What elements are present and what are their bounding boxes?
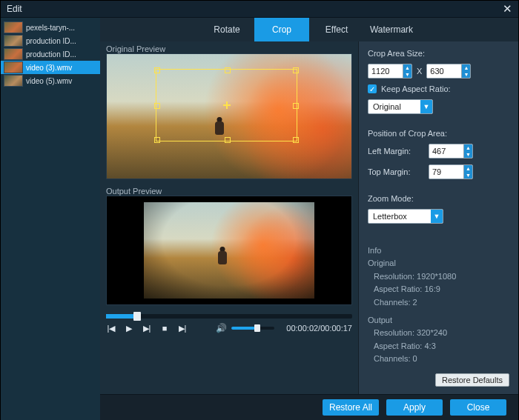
- tab-label: Effect: [325, 24, 348, 35]
- info-original-title: Original: [368, 257, 509, 270]
- content: Original Preview: [100, 41, 518, 394]
- seek-fill: [106, 314, 136, 319]
- info-original-channels: Channels: 2: [368, 296, 509, 310]
- preview-column: Original Preview: [100, 41, 359, 394]
- position-title: Position of Crop Area:: [368, 129, 509, 138]
- info-block: Info Original Resolution: 1920*1080 Aspe…: [368, 244, 509, 366]
- zoom-mode-value: Letterbox: [368, 212, 431, 221]
- crop-handle-tl[interactable]: [154, 67, 160, 73]
- info-output-channels: Channels: 0: [368, 353, 509, 366]
- apply-button[interactable]: Apply: [386, 399, 443, 416]
- spin-up-icon[interactable]: ▲: [403, 64, 411, 71]
- spin-up-icon[interactable]: ▲: [461, 64, 470, 71]
- restore-defaults-button[interactable]: Restore Defaults: [435, 373, 509, 387]
- thumbnail-icon: [4, 61, 23, 73]
- spin-down-icon[interactable]: ▼: [403, 71, 411, 78]
- tab-rotate[interactable]: Rotate: [199, 18, 254, 41]
- zoom-mode-title: Zoom Mode:: [368, 194, 509, 203]
- chevron-down-icon: ▼: [420, 100, 432, 113]
- crop-handle-br[interactable]: [293, 137, 299, 143]
- seek-bar[interactable]: [106, 314, 352, 319]
- preview-scene: [144, 202, 314, 299]
- crop-size-row: ▲▼ X ▲▼: [368, 64, 509, 79]
- info-output-resolution: Resolution: 320*240: [368, 327, 509, 340]
- player-controls: |◀ ▶ ▶| ■ ▶| 🔊 00:00:02/00:00:17: [100, 319, 358, 338]
- volume-slider[interactable]: [231, 327, 274, 330]
- sidebar-item-1[interactable]: production ID...: [1, 34, 100, 47]
- close-button[interactable]: Close: [450, 399, 506, 416]
- crop-handle-bl[interactable]: [154, 137, 160, 143]
- aspect-ratio-select[interactable]: Original ▼: [368, 99, 433, 114]
- seek-knob[interactable]: [133, 312, 141, 321]
- sidebar-item-label: production ID...: [26, 37, 76, 45]
- crop-width-input[interactable]: ▲▼: [368, 64, 412, 79]
- crop-handle-ml[interactable]: [154, 103, 160, 109]
- thumbnail-icon: [4, 75, 23, 87]
- spin-down-icon[interactable]: ▼: [463, 151, 472, 158]
- sidebar-item-0[interactable]: pexels-taryn-...: [1, 21, 100, 34]
- prev-button[interactable]: |◀: [106, 323, 116, 333]
- left-margin-input[interactable]: ▲▼: [429, 144, 473, 159]
- next-button[interactable]: ▶|: [177, 323, 188, 333]
- spin-down-icon[interactable]: ▼: [463, 172, 472, 179]
- footer: Restore All Apply Close: [100, 394, 518, 420]
- top-margin-field[interactable]: [429, 165, 463, 179]
- info-original-resolution: Resolution: 1920*1080: [368, 270, 509, 284]
- crop-height-field[interactable]: [427, 64, 461, 78]
- timecode: 00:00:02/00:00:17: [286, 324, 352, 333]
- sidebar-item-label: production ID...: [26, 50, 76, 59]
- thumbnail-icon: [4, 35, 23, 47]
- crop-handle-tr[interactable]: [293, 67, 299, 73]
- top-margin-label: Top Margin:: [368, 167, 424, 176]
- original-preview[interactable]: [106, 53, 352, 179]
- spin-up-icon[interactable]: ▲: [463, 165, 472, 172]
- crop-center-icon[interactable]: [223, 101, 231, 109]
- file-sidebar: pexels-taryn-... production ID... produc…: [1, 18, 100, 420]
- body: pexels-taryn-... production ID... produc…: [1, 18, 518, 420]
- tab-label: Watermark: [370, 24, 413, 35]
- sidebar-item-3[interactable]: video (3).wmv: [1, 61, 100, 74]
- play-button[interactable]: ▶: [124, 323, 134, 333]
- restore-all-button[interactable]: Restore All: [323, 399, 379, 416]
- crop-handle-bm[interactable]: [225, 137, 231, 143]
- aspect-ratio-row: Original ▼: [368, 99, 509, 114]
- sidebar-item-4[interactable]: video (5).wmv: [1, 74, 100, 87]
- info-output-ratio: Aspect Ratio: 4:3: [368, 340, 509, 353]
- volume-knob[interactable]: [254, 324, 260, 332]
- close-icon[interactable]: ✕: [503, 2, 512, 16]
- tab-watermark[interactable]: Watermark: [364, 18, 419, 41]
- info-output-title: Output: [368, 314, 509, 327]
- figure-silhouette: [216, 247, 229, 266]
- volume-icon[interactable]: 🔊: [216, 323, 227, 333]
- top-margin-input[interactable]: ▲▼: [429, 164, 473, 179]
- stop-button[interactable]: ■: [159, 323, 170, 333]
- aspect-ratio-value: Original: [368, 102, 420, 111]
- next-frame-button[interactable]: ▶|: [142, 323, 152, 333]
- zoom-mode-select[interactable]: Letterbox ▼: [368, 209, 443, 224]
- left-margin-field[interactable]: [429, 144, 463, 158]
- crop-rectangle[interactable]: [156, 69, 297, 141]
- left-margin-row: Left Margin: ▲▼: [368, 144, 509, 159]
- tab-effect[interactable]: Effect: [309, 18, 364, 41]
- spin-up-icon[interactable]: ▲: [463, 144, 472, 151]
- output-preview: [106, 196, 352, 305]
- settings-panel: Crop Area Size: ▲▼ X ▲▼ ✓: [359, 41, 518, 394]
- output-inner: [144, 202, 314, 299]
- left-margin-label: Left Margin:: [368, 147, 424, 156]
- keep-aspect-checkbox[interactable]: ✓ Keep Aspect Ratio:: [368, 84, 509, 93]
- crop-handle-mr[interactable]: [293, 103, 299, 109]
- checkbox-checked-icon: ✓: [368, 84, 377, 93]
- crop-size-title: Crop Area Size:: [368, 49, 509, 58]
- spin-down-icon[interactable]: ▼: [461, 71, 470, 78]
- x-separator: X: [417, 67, 422, 76]
- tab-label: Rotate: [214, 24, 239, 35]
- crop-height-input[interactable]: ▲▼: [426, 64, 471, 79]
- crop-width-field[interactable]: [368, 64, 403, 78]
- top-margin-row: Top Margin: ▲▼: [368, 164, 509, 179]
- info-title: Info: [368, 244, 509, 258]
- sidebar-item-label: video (5).wmv: [26, 77, 72, 85]
- thumbnail-icon: [4, 21, 23, 33]
- sidebar-item-2[interactable]: production ID...: [1, 47, 100, 61]
- crop-handle-tm[interactable]: [225, 67, 231, 73]
- tab-crop[interactable]: Crop: [254, 18, 309, 41]
